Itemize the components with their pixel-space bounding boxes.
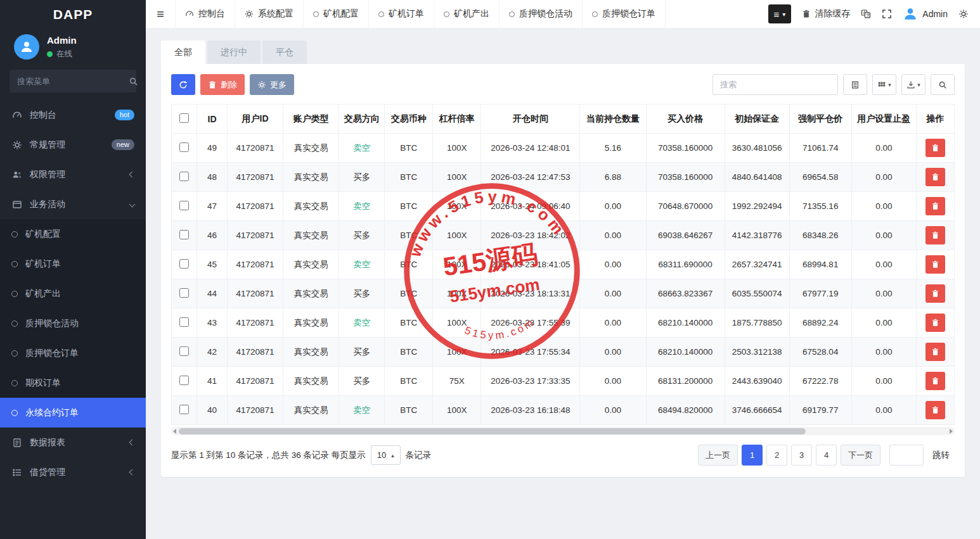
topnav-item-3[interactable]: 矿机配置 (304, 0, 369, 28)
columns-toggle-button[interactable]: ▾ (872, 74, 896, 95)
topnav-item-2[interactable]: 系统配置 (235, 0, 304, 28)
scrollbar-thumb[interactable] (179, 428, 806, 434)
row-checkbox[interactable] (179, 376, 189, 385)
export-button[interactable]: ▾ (901, 74, 925, 95)
sidebar-item-3[interactable]: 权限管理 (0, 160, 146, 189)
sidebar-subitem-3[interactable]: 矿机产出 (0, 279, 146, 308)
menu-toggle-button[interactable]: ≡ (146, 0, 175, 28)
fullscreen-icon[interactable] (882, 9, 892, 19)
caret-down-icon: ▾ (888, 82, 891, 88)
tab-2[interactable]: 进行中 (207, 41, 261, 64)
more-button[interactable]: 更多 (250, 74, 294, 95)
cell-margin: 2503.312138 (725, 338, 789, 367)
row-checkbox[interactable] (179, 405, 189, 414)
pagination-page-4[interactable]: 4 (816, 445, 837, 466)
sidebar-subitem-4[interactable]: 质押锁仓活动 (0, 308, 146, 338)
row-checkbox[interactable] (179, 288, 189, 298)
sidebar-search-input[interactable] (17, 77, 129, 86)
sidebar-subitem-2[interactable]: 矿机订单 (0, 249, 146, 279)
tab-1[interactable]: 全部 (161, 41, 205, 64)
col-header-2[interactable]: 用户ID (228, 105, 283, 134)
row-delete-button[interactable] (925, 314, 945, 332)
col-header-7[interactable]: 开仓时间 (481, 105, 580, 134)
sidebar-menu: 控制台hot常规管理new权限管理业务活动 (0, 100, 146, 219)
row-checkbox[interactable] (179, 259, 189, 269)
cell-take_profit: 0.00 (851, 338, 916, 367)
topnav-item-4[interactable]: 矿机订单 (369, 0, 434, 28)
col-header-12[interactable]: 用户设置止盈 (851, 105, 916, 134)
col-header-9[interactable]: 买入价格 (646, 105, 725, 134)
user-menu[interactable]: Admin (903, 6, 948, 22)
page-jump-input[interactable] (889, 445, 924, 466)
detail-view-button[interactable] (843, 74, 867, 95)
row-delete-button[interactable] (925, 168, 945, 186)
row-delete-button[interactable] (925, 372, 945, 390)
row-delete-button[interactable] (925, 343, 945, 361)
col-header-4[interactable]: 交易方向 (339, 105, 385, 134)
topnav-item-7[interactable]: 质押锁仓订单 (583, 0, 666, 28)
sidebar-subitem-5[interactable]: 质押锁仓订单 (0, 338, 146, 368)
row-delete-button[interactable] (925, 226, 945, 244)
user-profile[interactable]: Admin 在线 (0, 29, 146, 67)
search-button[interactable] (931, 74, 955, 95)
settings-gears-icon[interactable] (958, 9, 969, 19)
col-header-10[interactable]: 初始保证金 (725, 105, 789, 134)
scroll-right-icon[interactable] (950, 429, 953, 434)
clear-cache-button[interactable]: 清除缓存 (802, 8, 850, 20)
pagination-next-button[interactable]: 下一页 (841, 445, 880, 466)
row-delete-button[interactable] (925, 401, 945, 419)
row-checkbox[interactable] (179, 143, 189, 152)
per-page-select[interactable]: 10 ▴ (371, 445, 401, 465)
col-header-8[interactable]: 当前持仓数量 (580, 105, 646, 134)
delete-button[interactable]: 删除 (200, 74, 245, 95)
row-checkbox[interactable] (179, 317, 189, 327)
caret-down-icon: ▾ (917, 82, 920, 88)
row-checkbox[interactable] (179, 172, 189, 181)
pagination-page-2[interactable]: 2 (766, 445, 787, 466)
sidebar-subitem-1[interactable]: 矿机配置 (0, 219, 146, 249)
sidebar-bottom-item-1[interactable]: 数据报表 (0, 428, 146, 457)
cell-take_profit: 0.00 (851, 308, 916, 338)
col-header-5[interactable]: 交易币种 (385, 105, 433, 134)
search-icon (938, 80, 947, 89)
pagination-page-1[interactable]: 1 (742, 445, 763, 466)
new-badge: new (112, 139, 134, 150)
row-checkbox[interactable] (179, 201, 189, 210)
tab-3[interactable]: 平仓 (262, 41, 307, 64)
sidebar-subitem-7[interactable]: 永续合约订单 (0, 398, 146, 428)
table-search-input[interactable] (712, 74, 838, 95)
cell-direction: 买多 (339, 163, 385, 192)
col-header-1[interactable]: ID (197, 105, 228, 134)
topnav-item-6[interactable]: 质押锁仓活动 (500, 0, 583, 28)
topnav-item-5[interactable]: 矿机产出 (434, 0, 500, 28)
search-icon[interactable] (129, 77, 138, 86)
sidebar-item-4[interactable]: 业务活动 (0, 189, 146, 219)
pagination-prev-button[interactable]: 上一页 (698, 445, 738, 466)
row-checkbox[interactable] (179, 346, 189, 356)
sidebar-item-1[interactable]: 控制台hot (0, 100, 146, 130)
row-checkbox[interactable] (179, 230, 189, 239)
col-header-6[interactable]: 杠杆倍率 (433, 105, 481, 134)
col-header-11[interactable]: 强制平仓价 (789, 105, 851, 134)
page-jump-button[interactable]: 跳转 (927, 450, 955, 461)
refresh-button[interactable] (171, 74, 195, 95)
row-delete-button[interactable] (925, 197, 945, 215)
row-delete-button[interactable] (925, 284, 945, 303)
table-style-dropdown-button[interactable]: ≡▾ (768, 4, 792, 23)
language-icon[interactable]: A文 (861, 9, 871, 19)
table-row: 4041720871真实交易卖空BTC100X2026-03-23 16:18:… (172, 396, 955, 425)
pagination-page-3[interactable]: 3 (791, 445, 812, 466)
select-all-checkbox[interactable] (179, 113, 189, 123)
cell-account_type: 真实交易 (283, 279, 339, 308)
sidebar-subitem-6[interactable]: 期权订单 (0, 368, 146, 398)
trash-icon (931, 260, 939, 269)
sidebar-item-2[interactable]: 常规管理new (0, 130, 146, 160)
row-delete-button[interactable] (925, 255, 945, 274)
row-delete-button[interactable] (925, 139, 945, 157)
topnav-item-1[interactable]: 控制台 (175, 0, 235, 28)
col-header-13[interactable]: 操作 (916, 105, 954, 134)
col-header-3[interactable]: 账户类型 (283, 105, 339, 134)
scroll-left-icon[interactable] (173, 429, 176, 434)
horizontal-scrollbar[interactable] (171, 427, 955, 435)
sidebar-bottom-item-2[interactable]: 借贷管理 (0, 457, 146, 487)
